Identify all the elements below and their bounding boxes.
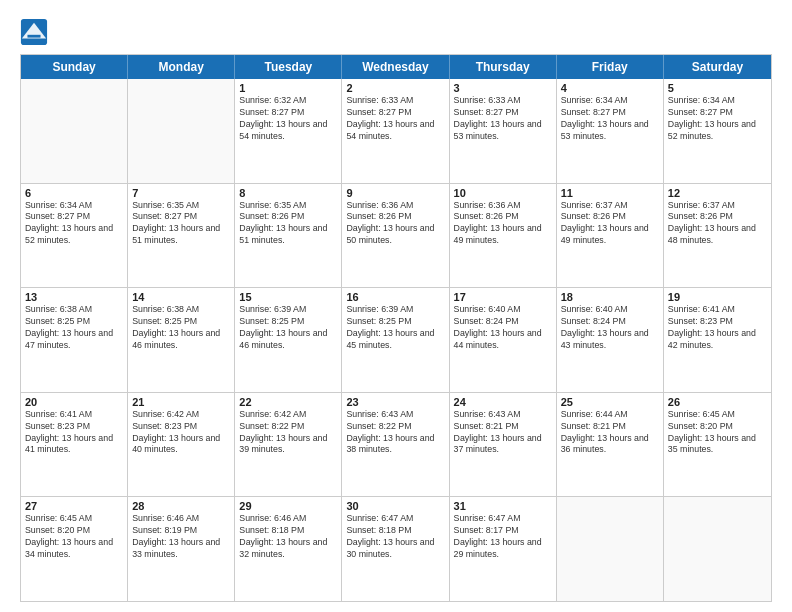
calendar-cell-empty (664, 497, 771, 601)
calendar-header: SundayMondayTuesdayWednesdayThursdayFrid… (21, 55, 771, 79)
calendar-cell-day-20: 20Sunrise: 6:41 AM Sunset: 8:23 PM Dayli… (21, 393, 128, 497)
day-number: 28 (132, 500, 230, 512)
calendar-cell-day-31: 31Sunrise: 6:47 AM Sunset: 8:17 PM Dayli… (450, 497, 557, 601)
calendar-cell-day-3: 3Sunrise: 6:33 AM Sunset: 8:27 PM Daylig… (450, 79, 557, 183)
day-number: 1 (239, 82, 337, 94)
day-number: 11 (561, 187, 659, 199)
logo-icon (20, 18, 48, 46)
day-number: 21 (132, 396, 230, 408)
day-number: 19 (668, 291, 767, 303)
day-info: Sunrise: 6:43 AM Sunset: 8:22 PM Dayligh… (346, 409, 444, 457)
calendar-cell-day-1: 1Sunrise: 6:32 AM Sunset: 8:27 PM Daylig… (235, 79, 342, 183)
day-number: 5 (668, 82, 767, 94)
weekday-header-friday: Friday (557, 55, 664, 79)
calendar-cell-day-25: 25Sunrise: 6:44 AM Sunset: 8:21 PM Dayli… (557, 393, 664, 497)
day-info: Sunrise: 6:34 AM Sunset: 8:27 PM Dayligh… (668, 95, 767, 143)
day-number: 10 (454, 187, 552, 199)
day-number: 3 (454, 82, 552, 94)
calendar-cell-day-24: 24Sunrise: 6:43 AM Sunset: 8:21 PM Dayli… (450, 393, 557, 497)
calendar-body: 1Sunrise: 6:32 AM Sunset: 8:27 PM Daylig… (21, 79, 771, 601)
day-info: Sunrise: 6:41 AM Sunset: 8:23 PM Dayligh… (25, 409, 123, 457)
calendar-cell-day-5: 5Sunrise: 6:34 AM Sunset: 8:27 PM Daylig… (664, 79, 771, 183)
day-info: Sunrise: 6:36 AM Sunset: 8:26 PM Dayligh… (346, 200, 444, 248)
day-info: Sunrise: 6:33 AM Sunset: 8:27 PM Dayligh… (346, 95, 444, 143)
day-number: 24 (454, 396, 552, 408)
day-number: 18 (561, 291, 659, 303)
day-info: Sunrise: 6:44 AM Sunset: 8:21 PM Dayligh… (561, 409, 659, 457)
day-info: Sunrise: 6:40 AM Sunset: 8:24 PM Dayligh… (454, 304, 552, 352)
day-number: 30 (346, 500, 444, 512)
day-info: Sunrise: 6:40 AM Sunset: 8:24 PM Dayligh… (561, 304, 659, 352)
calendar-row-5: 27Sunrise: 6:45 AM Sunset: 8:20 PM Dayli… (21, 497, 771, 601)
calendar-cell-day-12: 12Sunrise: 6:37 AM Sunset: 8:26 PM Dayli… (664, 184, 771, 288)
day-info: Sunrise: 6:37 AM Sunset: 8:26 PM Dayligh… (561, 200, 659, 248)
day-number: 15 (239, 291, 337, 303)
calendar-cell-day-13: 13Sunrise: 6:38 AM Sunset: 8:25 PM Dayli… (21, 288, 128, 392)
day-info: Sunrise: 6:34 AM Sunset: 8:27 PM Dayligh… (25, 200, 123, 248)
weekday-header-tuesday: Tuesday (235, 55, 342, 79)
weekday-header-sunday: Sunday (21, 55, 128, 79)
day-info: Sunrise: 6:45 AM Sunset: 8:20 PM Dayligh… (25, 513, 123, 561)
day-info: Sunrise: 6:36 AM Sunset: 8:26 PM Dayligh… (454, 200, 552, 248)
calendar-cell-day-15: 15Sunrise: 6:39 AM Sunset: 8:25 PM Dayli… (235, 288, 342, 392)
weekday-header-wednesday: Wednesday (342, 55, 449, 79)
day-info: Sunrise: 6:41 AM Sunset: 8:23 PM Dayligh… (668, 304, 767, 352)
day-number: 20 (25, 396, 123, 408)
calendar-cell-day-4: 4Sunrise: 6:34 AM Sunset: 8:27 PM Daylig… (557, 79, 664, 183)
calendar-cell-empty (21, 79, 128, 183)
calendar-row-2: 6Sunrise: 6:34 AM Sunset: 8:27 PM Daylig… (21, 184, 771, 289)
day-info: Sunrise: 6:45 AM Sunset: 8:20 PM Dayligh… (668, 409, 767, 457)
weekday-header-thursday: Thursday (450, 55, 557, 79)
calendar-cell-day-9: 9Sunrise: 6:36 AM Sunset: 8:26 PM Daylig… (342, 184, 449, 288)
calendar-cell-day-30: 30Sunrise: 6:47 AM Sunset: 8:18 PM Dayli… (342, 497, 449, 601)
day-number: 29 (239, 500, 337, 512)
day-number: 13 (25, 291, 123, 303)
calendar-cell-day-7: 7Sunrise: 6:35 AM Sunset: 8:27 PM Daylig… (128, 184, 235, 288)
day-info: Sunrise: 6:38 AM Sunset: 8:25 PM Dayligh… (132, 304, 230, 352)
day-number: 6 (25, 187, 123, 199)
day-info: Sunrise: 6:42 AM Sunset: 8:22 PM Dayligh… (239, 409, 337, 457)
day-info: Sunrise: 6:46 AM Sunset: 8:18 PM Dayligh… (239, 513, 337, 561)
day-number: 14 (132, 291, 230, 303)
calendar-cell-day-2: 2Sunrise: 6:33 AM Sunset: 8:27 PM Daylig… (342, 79, 449, 183)
calendar-cell-day-18: 18Sunrise: 6:40 AM Sunset: 8:24 PM Dayli… (557, 288, 664, 392)
calendar-row-3: 13Sunrise: 6:38 AM Sunset: 8:25 PM Dayli… (21, 288, 771, 393)
calendar-cell-day-17: 17Sunrise: 6:40 AM Sunset: 8:24 PM Dayli… (450, 288, 557, 392)
weekday-header-monday: Monday (128, 55, 235, 79)
calendar: SundayMondayTuesdayWednesdayThursdayFrid… (20, 54, 772, 602)
day-info: Sunrise: 6:32 AM Sunset: 8:27 PM Dayligh… (239, 95, 337, 143)
calendar-cell-day-28: 28Sunrise: 6:46 AM Sunset: 8:19 PM Dayli… (128, 497, 235, 601)
calendar-cell-day-6: 6Sunrise: 6:34 AM Sunset: 8:27 PM Daylig… (21, 184, 128, 288)
day-info: Sunrise: 6:42 AM Sunset: 8:23 PM Dayligh… (132, 409, 230, 457)
day-number: 26 (668, 396, 767, 408)
logo (20, 18, 52, 46)
day-number: 17 (454, 291, 552, 303)
weekday-header-saturday: Saturday (664, 55, 771, 79)
calendar-cell-day-29: 29Sunrise: 6:46 AM Sunset: 8:18 PM Dayli… (235, 497, 342, 601)
day-number: 23 (346, 396, 444, 408)
day-info: Sunrise: 6:39 AM Sunset: 8:25 PM Dayligh… (346, 304, 444, 352)
day-number: 25 (561, 396, 659, 408)
day-info: Sunrise: 6:34 AM Sunset: 8:27 PM Dayligh… (561, 95, 659, 143)
day-info: Sunrise: 6:33 AM Sunset: 8:27 PM Dayligh… (454, 95, 552, 143)
day-info: Sunrise: 6:37 AM Sunset: 8:26 PM Dayligh… (668, 200, 767, 248)
day-info: Sunrise: 6:47 AM Sunset: 8:17 PM Dayligh… (454, 513, 552, 561)
calendar-cell-empty (128, 79, 235, 183)
day-info: Sunrise: 6:35 AM Sunset: 8:26 PM Dayligh… (239, 200, 337, 248)
calendar-cell-day-21: 21Sunrise: 6:42 AM Sunset: 8:23 PM Dayli… (128, 393, 235, 497)
day-number: 8 (239, 187, 337, 199)
calendar-cell-day-19: 19Sunrise: 6:41 AM Sunset: 8:23 PM Dayli… (664, 288, 771, 392)
day-number: 2 (346, 82, 444, 94)
calendar-cell-day-26: 26Sunrise: 6:45 AM Sunset: 8:20 PM Dayli… (664, 393, 771, 497)
svg-rect-2 (27, 35, 40, 38)
calendar-row-4: 20Sunrise: 6:41 AM Sunset: 8:23 PM Dayli… (21, 393, 771, 498)
day-info: Sunrise: 6:38 AM Sunset: 8:25 PM Dayligh… (25, 304, 123, 352)
day-info: Sunrise: 6:47 AM Sunset: 8:18 PM Dayligh… (346, 513, 444, 561)
day-number: 16 (346, 291, 444, 303)
day-number: 4 (561, 82, 659, 94)
calendar-row-1: 1Sunrise: 6:32 AM Sunset: 8:27 PM Daylig… (21, 79, 771, 184)
day-number: 12 (668, 187, 767, 199)
calendar-cell-day-8: 8Sunrise: 6:35 AM Sunset: 8:26 PM Daylig… (235, 184, 342, 288)
day-info: Sunrise: 6:43 AM Sunset: 8:21 PM Dayligh… (454, 409, 552, 457)
calendar-cell-day-27: 27Sunrise: 6:45 AM Sunset: 8:20 PM Dayli… (21, 497, 128, 601)
